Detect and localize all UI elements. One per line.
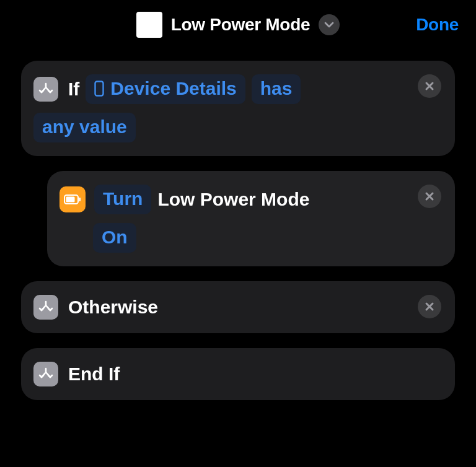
shortcut-title: Low Power Mode	[171, 15, 310, 35]
control-flow-icon	[33, 295, 58, 320]
if-keyword: If	[68, 79, 79, 100]
otherwise-keyword: Otherwise	[68, 297, 158, 318]
lpm-row-2: On	[93, 223, 440, 253]
actions-list: If Device Details has any value	[0, 50, 476, 400]
branch-icon	[38, 367, 53, 382]
branch-icon	[38, 82, 53, 97]
done-button[interactable]: Done	[416, 15, 459, 35]
if-condition-token[interactable]: has	[252, 74, 301, 104]
delete-lpm-button[interactable]	[418, 185, 441, 208]
chevron-down-icon	[324, 22, 334, 28]
delete-if-button[interactable]	[418, 74, 441, 98]
device-icon	[94, 81, 104, 97]
delete-otherwise-button[interactable]	[418, 295, 441, 318]
lpm-subject: Low Power Mode	[157, 189, 309, 210]
set-low-power-mode-block[interactable]: Turn Low Power Mode On	[47, 171, 455, 266]
shortcut-header: Low Power Mode Done	[0, 0, 476, 50]
otherwise-block[interactable]: Otherwise	[21, 281, 455, 333]
turn-token[interactable]: Turn	[94, 185, 151, 214]
if-variable-label: Device Details	[110, 77, 236, 100]
shortcut-icon[interactable]	[136, 12, 162, 38]
control-flow-icon	[33, 362, 58, 386]
svg-rect-0	[95, 82, 104, 96]
close-icon	[425, 191, 434, 201]
control-flow-icon	[33, 77, 58, 102]
header-center: Low Power Mode	[136, 12, 340, 38]
svg-rect-2	[66, 197, 75, 203]
if-row-2: any value	[33, 113, 440, 142]
if-row: If Device Details has	[33, 74, 440, 104]
close-icon	[425, 302, 434, 312]
otherwise-row: Otherwise	[33, 295, 440, 320]
if-block[interactable]: If Device Details has any value	[21, 61, 455, 156]
on-token[interactable]: On	[93, 223, 136, 253]
lpm-row: Turn Low Power Mode	[60, 185, 440, 214]
battery-app-icon	[60, 186, 86, 212]
shortcut-menu-button[interactable]	[319, 14, 340, 35]
branch-icon	[38, 300, 53, 315]
battery-icon	[64, 194, 81, 204]
close-icon	[425, 81, 434, 91]
if-variable-token[interactable]: Device Details	[86, 74, 245, 104]
endif-keyword: End If	[68, 364, 120, 385]
svg-rect-3	[79, 198, 81, 201]
nested-actions: Turn Low Power Mode On	[47, 171, 455, 266]
if-qualifier-token[interactable]: any value	[33, 113, 136, 142]
endif-block[interactable]: End If	[21, 348, 455, 400]
endif-row: End If	[33, 362, 440, 386]
